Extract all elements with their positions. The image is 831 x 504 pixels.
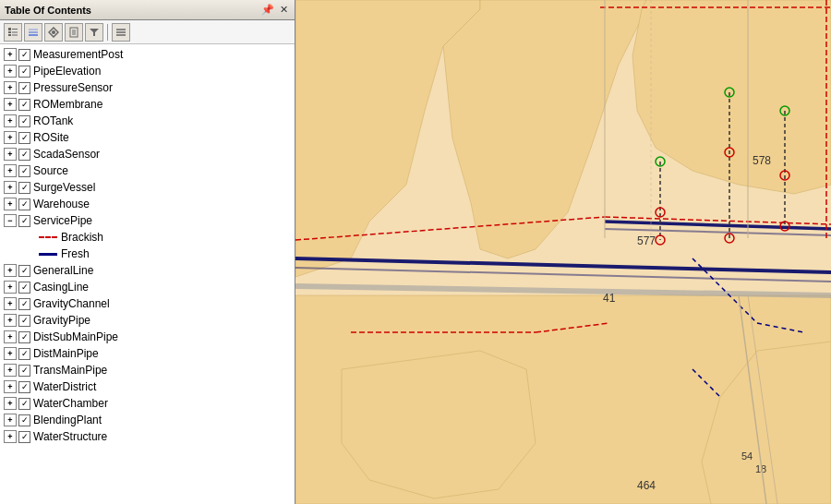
check-gravitychannel[interactable]: [18, 298, 30, 310]
expand-measurementpost[interactable]: +: [4, 48, 17, 61]
toc-item-gravitypipe[interactable]: + GravityPipe: [0, 312, 295, 329]
svg-marker-15: [90, 29, 99, 36]
expand-transmainpipe[interactable]: +: [4, 364, 17, 377]
label-source: Source: [33, 164, 68, 177]
toolbar-diamond-btn[interactable]: [44, 23, 63, 42]
check-romembrane[interactable]: [18, 99, 30, 111]
check-pressuresensor[interactable]: [18, 82, 30, 94]
check-surgevessel[interactable]: [18, 182, 30, 194]
label-gravitychannel: GravityChannel: [33, 297, 110, 310]
expand-waterstructure[interactable]: +: [4, 430, 17, 443]
toc-header: Table Of Contents 📌 ✕: [0, 0, 295, 20]
toc-item-romembrane[interactable]: + ROMembrane: [0, 96, 295, 113]
toc-item-waterchamber[interactable]: + WaterChamber: [0, 395, 295, 412]
label-surgevessel: SurgeVessel: [33, 181, 95, 194]
expand-blendingplant[interactable]: +: [4, 414, 17, 426]
toc-item-transmainpipe[interactable]: + TransMainPipe: [0, 362, 295, 378]
check-rosite[interactable]: [18, 132, 30, 144]
toc-list: + MeasurementPost + PipeElevation + Pres…: [0, 44, 295, 447]
toc-item-casingline[interactable]: + CasingLine: [0, 279, 295, 295]
expand-casingline[interactable]: +: [4, 281, 17, 294]
check-transmainpipe[interactable]: [18, 365, 30, 377]
expand-servicepipe[interactable]: −: [4, 214, 17, 227]
toolbar-options-btn[interactable]: [112, 23, 130, 42]
svg-rect-2: [8, 34, 11, 36]
label-fresh: Fresh: [61, 247, 90, 260]
label-rotank: ROTank: [33, 114, 73, 127]
check-servicepipe[interactable]: [18, 215, 30, 227]
check-generalline[interactable]: [18, 265, 30, 277]
expand-surgevessel[interactable]: +: [4, 181, 17, 194]
svg-rect-1: [8, 31, 11, 33]
check-blendingplant[interactable]: [18, 414, 30, 426]
toc-item-warehouse[interactable]: + Warehouse: [0, 196, 295, 212]
toc-content[interactable]: + MeasurementPost + PipeElevation + Pres…: [0, 44, 295, 504]
toc-item-fresh[interactable]: Fresh: [0, 246, 295, 262]
toolbar-filter-btn[interactable]: [85, 23, 103, 42]
pin-icon[interactable]: 📌: [259, 3, 276, 17]
expand-warehouse[interactable]: +: [4, 198, 17, 210]
toc-item-distmainpipe[interactable]: + DistMainPipe: [0, 345, 295, 362]
toc-item-pipeelevation[interactable]: + PipeElevation: [0, 63, 295, 79]
label-generalline: GeneralLine: [33, 264, 93, 277]
toc-item-scadasensor[interactable]: + ScadaSensor: [0, 146, 295, 162]
svg-rect-4: [12, 31, 18, 32]
label-measurementpost: MeasurementPost: [33, 48, 123, 61]
toc-item-brackish[interactable]: Brackish: [0, 229, 295, 246]
check-distmainpipe[interactable]: [18, 348, 30, 360]
label-servicepipe: ServicePipe: [33, 214, 92, 227]
check-waterchamber[interactable]: [18, 398, 30, 410]
toc-item-distsubmainpipe[interactable]: + DistSubMainPipe: [0, 329, 295, 345]
map-panel[interactable]: 577 578 579 41 346 345 464 54 18 44: [295, 0, 831, 504]
toc-item-surgevessel[interactable]: + SurgeVessel: [0, 179, 295, 196]
toc-item-servicepipe[interactable]: − ServicePipe: [0, 212, 295, 229]
toc-item-gravitychannel[interactable]: + GravityChannel: [0, 295, 295, 312]
toolbar-page-btn[interactable]: [65, 23, 83, 42]
close-icon[interactable]: ✕: [278, 3, 290, 17]
expand-scadasensor[interactable]: +: [4, 148, 17, 161]
label-casingline: CasingLine: [33, 281, 89, 294]
expand-gravitypipe[interactable]: +: [4, 314, 17, 327]
toc-item-generalline[interactable]: + GeneralLine: [0, 262, 295, 279]
svg-marker-24: [342, 351, 536, 498]
label-brackish: Brackish: [61, 231, 103, 244]
toolbar-separator: [107, 24, 108, 41]
expand-romembrane[interactable]: +: [4, 98, 17, 111]
check-waterdistrict[interactable]: [18, 381, 30, 393]
toc-header-controls: 📌 ✕: [259, 3, 290, 17]
check-source[interactable]: [18, 165, 30, 177]
label-pressuresensor: PressureSensor: [33, 81, 113, 94]
expand-rosite[interactable]: +: [4, 131, 17, 144]
expand-waterchamber[interactable]: +: [4, 397, 17, 410]
check-rotank[interactable]: [18, 115, 30, 127]
expand-distsubmainpipe[interactable]: +: [4, 330, 17, 343]
toc-item-rotank[interactable]: + ROTank: [0, 113, 295, 129]
check-measurementpost[interactable]: [18, 49, 30, 61]
toc-item-rosite[interactable]: + ROSite: [0, 129, 295, 146]
expand-source[interactable]: +: [4, 164, 17, 177]
expand-pressuresensor[interactable]: +: [4, 81, 17, 94]
expand-rotank[interactable]: +: [4, 114, 17, 127]
toc-item-measurementpost[interactable]: + MeasurementPost: [0, 46, 295, 63]
check-pipeelevation[interactable]: [18, 66, 30, 78]
check-warehouse[interactable]: [18, 198, 30, 210]
expand-distmainpipe[interactable]: +: [4, 347, 17, 360]
toc-item-waterstructure[interactable]: + WaterStructure: [0, 428, 295, 445]
expand-gravitychannel[interactable]: +: [4, 297, 17, 310]
toolbar-list-btn[interactable]: [4, 23, 22, 42]
expand-waterdistrict[interactable]: +: [4, 380, 17, 393]
toc-item-pressuresensor[interactable]: + PressureSensor: [0, 79, 295, 96]
check-distsubmainpipe[interactable]: [18, 331, 30, 343]
check-waterstructure[interactable]: [18, 431, 30, 443]
toc-item-source[interactable]: + Source: [0, 162, 295, 179]
label-waterchamber: WaterChamber: [33, 397, 108, 410]
toc-item-blendingplant[interactable]: + BlendingPlant: [0, 412, 295, 428]
check-casingline[interactable]: [18, 282, 30, 294]
toc-item-waterdistrict[interactable]: + WaterDistrict: [0, 378, 295, 395]
expand-pipeelevation[interactable]: +: [4, 65, 17, 78]
check-scadasensor[interactable]: [18, 149, 30, 161]
check-gravitypipe[interactable]: [18, 315, 30, 327]
label-blendingplant: BlendingPlant: [33, 414, 102, 426]
expand-generalline[interactable]: +: [4, 264, 17, 277]
toolbar-layers-btn[interactable]: [24, 23, 42, 42]
